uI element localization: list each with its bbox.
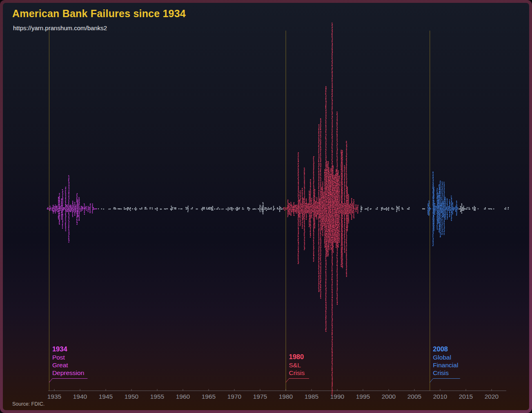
page-title: American Bank Failures since 1934 bbox=[12, 8, 186, 20]
chart-panel bbox=[3, 3, 529, 410]
window-frame bbox=[0, 0, 532, 413]
chart-url: https://yarn.pranshum.com/banks2 bbox=[13, 24, 107, 31]
source-credit: Source: FDIC. bbox=[12, 401, 45, 407]
